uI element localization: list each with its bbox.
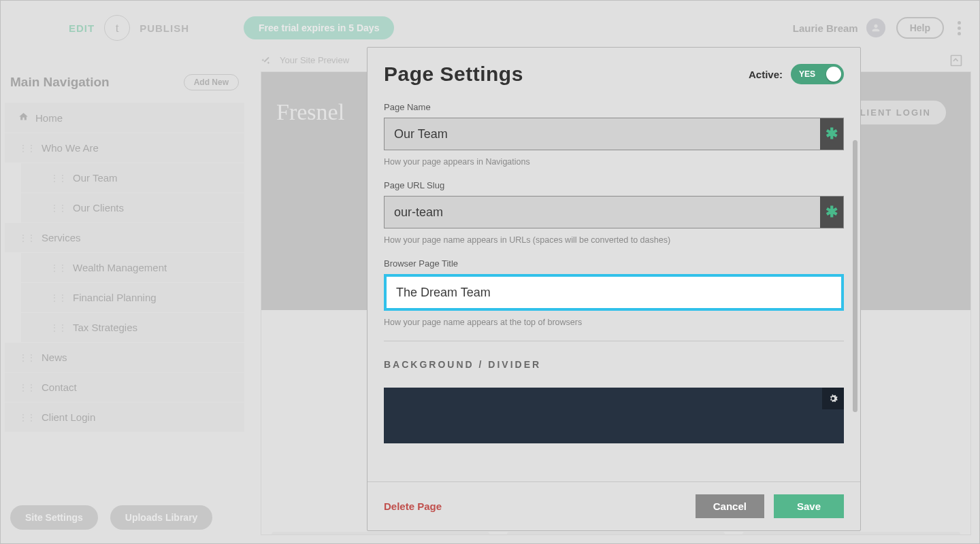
active-label: Active: bbox=[749, 69, 783, 80]
browser-title-label: Browser Page Title bbox=[384, 258, 844, 269]
page-settings-modal: Page Settings Active: YES Page Name ✱ Ho… bbox=[367, 47, 861, 531]
page-name-label: Page Name bbox=[384, 102, 844, 112]
toggle-knob-icon bbox=[826, 67, 841, 82]
required-icon: ✱ bbox=[820, 118, 843, 150]
url-slug-input[interactable] bbox=[385, 197, 820, 228]
browser-title-input[interactable] bbox=[387, 277, 841, 308]
active-toggle[interactable]: YES bbox=[791, 64, 844, 84]
gear-icon[interactable] bbox=[822, 388, 844, 409]
background-divider-section: BACKGROUND / DIVIDER bbox=[384, 341, 844, 388]
scrollbar[interactable] bbox=[853, 140, 858, 412]
modal-title: Page Settings bbox=[384, 63, 749, 86]
url-slug-hint: How your page name appears in URLs (spac… bbox=[384, 235, 844, 245]
delete-page-link[interactable]: Delete Page bbox=[384, 500, 696, 512]
save-button[interactable]: Save bbox=[774, 494, 844, 518]
required-icon: ✱ bbox=[820, 197, 843, 228]
page-name-hint: How your page appears in Navigations bbox=[384, 157, 844, 167]
browser-title-hint: How your page name appears at the top of… bbox=[384, 318, 844, 327]
background-preview[interactable] bbox=[384, 388, 844, 443]
url-slug-label: Page URL Slug bbox=[384, 180, 844, 190]
cancel-button[interactable]: Cancel bbox=[696, 494, 764, 518]
page-name-input[interactable] bbox=[385, 118, 820, 150]
toggle-value: YES bbox=[799, 69, 815, 79]
